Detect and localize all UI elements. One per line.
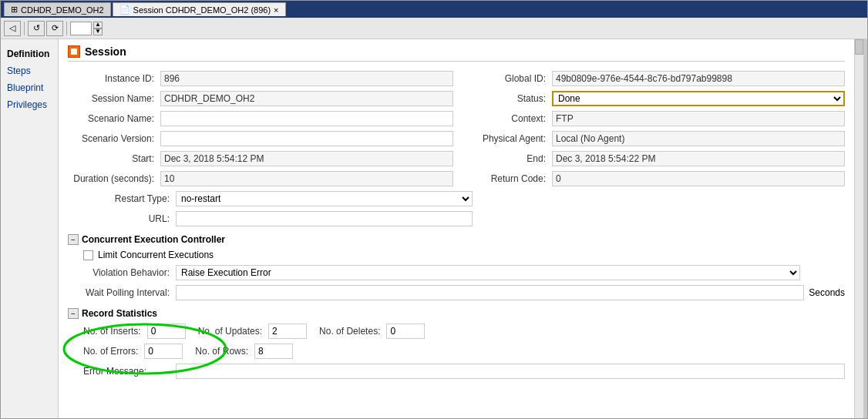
spinner-down[interactable]: ▼	[93, 28, 103, 35]
sidebar-item-definition[interactable]: Definition	[1, 45, 58, 62]
sidebar-item-steps[interactable]: Steps	[1, 62, 58, 79]
grid-icon: ⊞	[11, 5, 18, 15]
session-name-col: Session Name:	[68, 91, 453, 106]
instance-id-col: Instance ID:	[68, 71, 453, 86]
concurrent-title: Concurrent Execution Controller	[82, 234, 225, 245]
record-stats-header: − Record Statistics	[68, 308, 845, 319]
tab-close-btn[interactable]: ×	[274, 5, 278, 15]
concurrent-collapse-btn[interactable]: −	[68, 234, 79, 245]
inserts-label: No. of Inserts:	[83, 326, 141, 337]
session-name-label: Session Name:	[68, 93, 160, 104]
error-message-input[interactable]	[176, 364, 845, 379]
global-id-label: Global ID:	[459, 73, 552, 84]
tab-label-1: CDHDR_DEMO_OH2	[21, 5, 104, 15]
global-id-input[interactable]	[552, 71, 845, 86]
toolbar-separator-2	[66, 22, 67, 35]
record-stats-title: Record Statistics	[82, 308, 157, 319]
sidebar-item-privileges[interactable]: Privileges	[1, 96, 58, 113]
wait-polling-input[interactable]	[176, 285, 804, 300]
sidebar-item-blueprint[interactable]: Blueprint	[1, 79, 58, 96]
violation-behavior-label: Violation Behavior:	[68, 267, 176, 278]
return-code-input[interactable]	[552, 171, 845, 186]
scenario-context-row: Scenario Name: Context:	[68, 111, 845, 126]
duration-col: Duration (seconds):	[68, 171, 453, 186]
concurrent-header: − Concurrent Execution Controller	[68, 234, 845, 245]
scenario-version-col: Scenario Version:	[68, 131, 453, 146]
start-input[interactable]	[160, 151, 453, 166]
duration-label: Duration (seconds):	[68, 173, 160, 184]
scenario-name-input[interactable]	[160, 111, 453, 126]
duration-input[interactable]	[160, 171, 453, 186]
end-input[interactable]	[552, 151, 845, 166]
violation-behavior-select[interactable]: Raise Execution Error	[176, 265, 800, 280]
start-col: Start:	[68, 151, 453, 166]
deletes-label: No. of Deletes:	[319, 326, 380, 337]
stats-row-1: No. of Inserts: No. of Updates: No. of D…	[83, 323, 845, 339]
session-name-input[interactable]	[160, 91, 453, 106]
record-stats-collapse-btn[interactable]: −	[68, 308, 79, 319]
return-code-col: Return Code:	[459, 171, 845, 186]
end-label: End:	[459, 153, 552, 164]
inserts-input[interactable]	[147, 323, 186, 339]
errors-label: No. of Errors:	[83, 346, 138, 357]
scenario-name-label: Scenario Name:	[68, 113, 160, 124]
deletes-input[interactable]	[386, 323, 425, 339]
refresh-btn[interactable]: ↺	[28, 21, 45, 36]
title-bar: ⊞ CDHDR_DEMO_OH2 📄 Session CDHDR_DEMO_OH…	[1, 1, 867, 18]
context-input[interactable]	[552, 111, 845, 126]
right-edge	[863, 39, 867, 418]
spinner-input[interactable]: 5	[70, 22, 92, 35]
updates-input[interactable]	[268, 323, 307, 339]
seconds-label: Seconds	[809, 287, 845, 298]
status-col: Status: Done	[459, 91, 845, 106]
tab-cdhdr[interactable]: ⊞ CDHDR_DEMO_OH2	[4, 2, 111, 16]
error-message-label: Error Message:	[83, 366, 176, 377]
error-message-row: Error Message:	[83, 364, 845, 379]
url-input[interactable]	[176, 211, 473, 226]
scenario-name-col: Scenario Name:	[68, 111, 453, 126]
session-header: Session	[68, 45, 845, 62]
global-id-col: Global ID:	[459, 71, 845, 86]
toolbar-separator-1	[24, 22, 25, 35]
toolbar: ◁ ↺ ⟳ 5 ▲ ▼	[1, 18, 867, 39]
scrollbar[interactable]	[854, 39, 863, 418]
updates-label: No. of Updates:	[198, 326, 262, 337]
status-select[interactable]: Done	[552, 91, 845, 106]
url-row: URL:	[68, 211, 845, 226]
session-icon	[68, 45, 80, 58]
instance-id-label: Instance ID:	[68, 73, 160, 84]
rows-label: No. of Rows:	[195, 346, 248, 357]
back-btn[interactable]: ◁	[4, 21, 21, 36]
end-col: End:	[459, 151, 845, 166]
main-area: Definition Steps Blueprint Privileges Se…	[1, 39, 867, 418]
refresh2-btn[interactable]: ⟳	[46, 21, 63, 36]
session-status-row: Session Name: Status: Done	[68, 91, 845, 106]
instance-id-input[interactable]	[160, 71, 453, 86]
restart-type-select[interactable]: no-restart	[176, 191, 473, 206]
stats-row-2: No. of Errors: No. of Rows:	[83, 344, 845, 359]
physical-agent-input[interactable]	[552, 131, 845, 146]
errors-input[interactable]	[144, 344, 183, 359]
rows-input[interactable]	[254, 344, 293, 359]
spinner-arrows: ▲ ▼	[93, 22, 103, 35]
content-area: Session Instance ID: Global ID: Session …	[59, 39, 854, 418]
concurrent-section: − Concurrent Execution Controller Limit …	[68, 234, 845, 300]
duration-returncode-row: Duration (seconds): Return Code:	[68, 171, 845, 186]
scrollbar-thumb[interactable]	[855, 39, 863, 55]
scenario-version-label: Scenario Version:	[68, 133, 160, 144]
status-label: Status:	[459, 93, 552, 104]
scenario-version-input[interactable]	[160, 131, 453, 146]
page-icon: 📄	[119, 5, 130, 15]
url-label: URL:	[68, 213, 176, 224]
sidebar: Definition Steps Blueprint Privileges	[1, 39, 59, 418]
limit-concurrent-checkbox[interactable]	[83, 250, 93, 260]
limit-concurrent-row: Limit Concurrent Executions	[83, 250, 845, 260]
restart-type-label: Restart Type:	[68, 193, 176, 204]
tab-label-2: Session CDHDR_DEMO_OH2 (896)	[133, 5, 271, 15]
physical-agent-label: Physical Agent:	[459, 133, 552, 144]
session-spinner: 5 ▲ ▼	[70, 22, 103, 35]
instance-global-row: Instance ID: Global ID:	[68, 71, 845, 86]
context-col: Context:	[459, 111, 845, 126]
tab-session[interactable]: 📄 Session CDHDR_DEMO_OH2 (896) ×	[113, 2, 286, 16]
wait-polling-label: Wait Polling Interval:	[68, 287, 176, 298]
